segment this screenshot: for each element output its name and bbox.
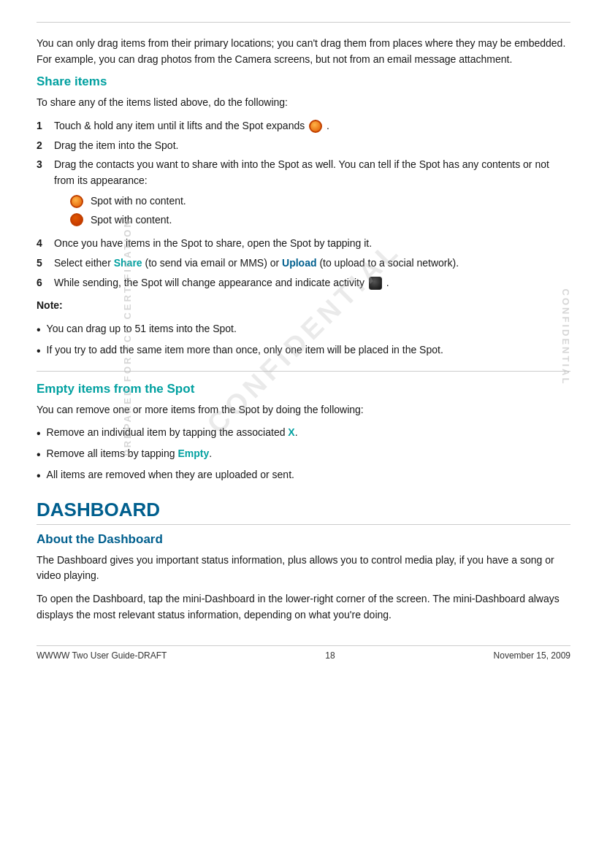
empty-items-intro: You can remove one or more items from th… — [37, 402, 570, 418]
share-step-2: 2 Drag the item into the Spot. — [37, 138, 570, 154]
step-num-5: 5 — [37, 256, 50, 272]
empty-bullet-3: All items are removed when they are uplo… — [37, 467, 570, 485]
note-label-paragraph: Note: — [37, 298, 570, 314]
share-step-5: 5 Select either Share (to send via email… — [37, 256, 570, 272]
step-num-4: 4 — [37, 236, 50, 252]
step-2-content: Drag the item into the Spot. — [54, 138, 570, 154]
step-num-3: 3 — [37, 157, 50, 173]
step-1-content: Touch & hold any item until it lifts and… — [54, 118, 570, 134]
content-area: You can only drag items from their prima… — [37, 22, 570, 623]
note-bullet-1: You can drag up to 51 items into the Spo… — [37, 321, 570, 339]
step-3-text: Drag the contacts you want to share with… — [54, 158, 549, 186]
step-5-text-before: Select either — [54, 257, 114, 269]
step-4-content: Once you have items in the Spot to share… — [54, 236, 570, 252]
dashboard-divider — [37, 524, 570, 525]
step-6-text-before: While sending, the Spot will change appe… — [54, 277, 367, 288]
spot-sub-list: Spot with no content. Spot with content. — [69, 193, 570, 228]
step-1-text-before: Touch & hold any item until it lifts and… — [54, 120, 308, 131]
activity-icon — [369, 277, 382, 290]
step-3-content: Drag the contacts you want to share with… — [54, 157, 570, 232]
empty-bullet-3-text: All items are removed when they are uplo… — [47, 467, 294, 483]
share-step-3: 3 Drag the contacts you want to share wi… — [37, 157, 570, 232]
step-num-1: 1 — [37, 118, 50, 134]
note-label: Note: — [37, 299, 63, 311]
upload-link: Upload — [282, 257, 316, 269]
note-bullets: You can drag up to 51 items into the Spo… — [37, 321, 570, 361]
share-link: Share — [114, 257, 142, 269]
intro-paragraph: You can only drag items from their prima… — [37, 36, 570, 67]
share-step-4: 4 Once you have items in the Spot to sha… — [37, 236, 570, 252]
empty-link: Empty — [177, 448, 209, 459]
spot-with-content-label: Spot with content. — [91, 212, 172, 228]
dashboard-para-2: To open the Dashboard, tap the mini-Dash… — [37, 591, 570, 623]
share-steps-list: 1 Touch & hold any item until it lifts a… — [37, 118, 570, 291]
step-1-text-after: . — [327, 120, 329, 131]
empty-bullet-2: Remove all items by tapping Empty. — [37, 446, 570, 464]
empty-bullet-1: Remove an individual item by tapping the… — [37, 425, 570, 443]
step-num-6: 6 — [37, 275, 50, 291]
step-5-text-middle: (to send via email or MMS) or — [145, 257, 283, 269]
step-6-text-after: . — [386, 277, 389, 288]
step-num-2: 2 — [37, 138, 50, 154]
dashboard-heading: DASHBOARD — [37, 499, 570, 521]
step-5-content: Select either Share (to send via email o… — [54, 256, 570, 272]
step-5-text-after: (to upload to a social network). — [319, 257, 459, 269]
top-border — [37, 22, 570, 23]
footer-center: 18 — [325, 650, 335, 661]
note-bullet-1-text: You can drag up to 51 items into the Spo… — [47, 321, 237, 337]
section-divider — [37, 371, 570, 372]
spot-with-content-item: Spot with content. — [69, 212, 570, 228]
share-step-1: 1 Touch & hold any item until it lifts a… — [37, 118, 570, 134]
x-link: X — [288, 426, 294, 438]
share-items-intro: To share any of the items listed above, … — [37, 95, 570, 111]
note-bullet-2-text: If you try to add the same item more tha… — [47, 342, 443, 358]
empty-items-bullets: Remove an individual item by tapping the… — [37, 425, 570, 485]
dashboard-para-1: The Dashboard gives you important status… — [37, 553, 570, 584]
step-6-content: While sending, the Spot will change appe… — [54, 275, 570, 291]
footer: WWWW Two User Guide-DRAFT 18 November 15… — [37, 645, 570, 661]
spot-icon-filled — [70, 213, 83, 226]
note-bullet-2: If you try to add the same item more tha… — [37, 342, 570, 361]
share-step-6: 6 While sending, the Spot will change ap… — [37, 275, 570, 291]
share-items-heading: Share items — [37, 74, 570, 89]
empty-bullet-2-text: Remove all items by tapping Empty. — [47, 446, 212, 462]
empty-items-heading: Empty items from the Spot — [37, 382, 570, 396]
footer-left: WWWW Two User Guide-DRAFT — [37, 650, 167, 661]
empty-bullet-1-text: Remove an individual item by tapping the… — [47, 425, 298, 441]
spot-no-content-item: Spot with no content. — [69, 193, 570, 210]
footer-right: November 15, 2009 — [494, 650, 570, 661]
about-dashboard-heading: About the Dashboard — [37, 532, 570, 547]
spot-icon-orange-1 — [309, 120, 322, 133]
spot-icon-empty — [70, 195, 83, 208]
spot-no-content-label: Spot with no content. — [91, 193, 186, 210]
